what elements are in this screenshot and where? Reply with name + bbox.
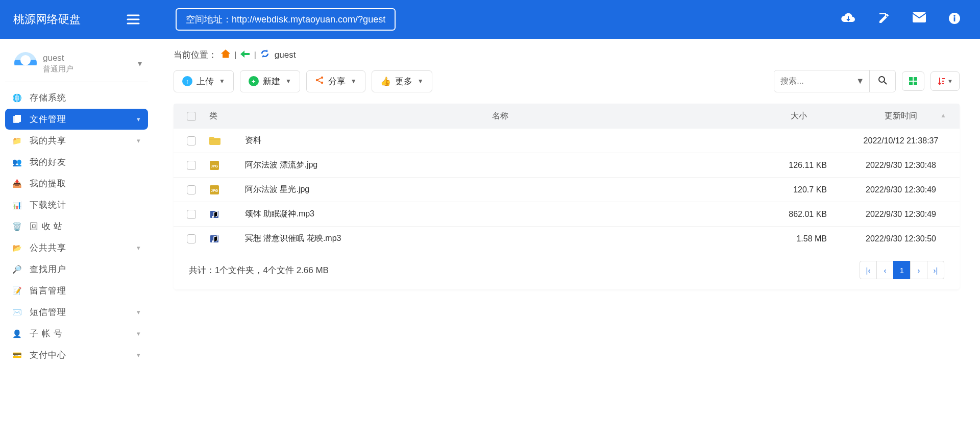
chevron-down-icon: ▾ (137, 137, 141, 144)
file-date: 2022/9/30 12:30:49 (842, 185, 960, 194)
share-folder-icon: 📁 (12, 136, 22, 146)
subaccount-icon: 👤 (12, 329, 22, 339)
svg-rect-17 (914, 82, 917, 85)
search-button[interactable] (869, 70, 895, 92)
nav-friends[interactable]: 👥我的好友 (5, 152, 148, 173)
new-button[interactable]: +新建▼ (240, 70, 300, 92)
file-type-icon: JPG (209, 185, 220, 195)
space-url[interactable]: 空间地址：http://webdisk.mytaoyuan.com/?guest (176, 8, 396, 31)
nav-public-share[interactable]: 📂公共共享▾ (5, 237, 148, 258)
view-grid-button[interactable] (902, 71, 924, 91)
file-size: 126.11 KB (755, 161, 842, 170)
chevron-down-icon: ▾ (137, 244, 141, 252)
refresh-icon[interactable] (260, 49, 270, 61)
toolbar: ↑上传▼ +新建▼ 分享▼ 👍更多▼ ▼ ▼ (174, 70, 960, 92)
nav-download-stats[interactable]: 📊下载统计 (5, 194, 148, 215)
file-date: 2022/9/30 12:30:50 (842, 234, 960, 243)
share-icon (315, 76, 324, 87)
svg-rect-19 (942, 81, 944, 82)
sms-icon: ✉️ (12, 307, 22, 317)
svg-rect-5 (954, 17, 955, 21)
pager-last[interactable]: ›| (927, 261, 944, 279)
table-row[interactable]: 颂钵 助眠凝神.mp3862.01 KB2022/9/30 12:30:49 (174, 202, 960, 227)
stats-icon: 📊 (12, 200, 22, 210)
nav-my-shares[interactable]: 📁我的共享▾ (5, 130, 148, 151)
row-checkbox[interactable] (187, 161, 196, 170)
payment-icon: 💳 (12, 350, 22, 360)
svg-rect-14 (909, 77, 913, 81)
search-dropdown[interactable]: ▼ (851, 77, 869, 86)
nav-files[interactable]: 文件管理▾ (5, 109, 148, 130)
nav-storage[interactable]: 🌐存储系统 (5, 87, 148, 108)
sort-asc-icon: ▲ (940, 112, 946, 119)
search-input[interactable] (774, 71, 851, 91)
pager-next[interactable]: › (910, 261, 927, 279)
friends-icon: 👥 (12, 157, 22, 167)
nav-sms[interactable]: ✉️短信管理▾ (5, 302, 148, 323)
table-summary: 共计：1个文件夹，4个文件 2.66 MB (189, 264, 329, 276)
file-name[interactable]: 冥想 潜意识催眠 花映.mp3 (245, 233, 755, 244)
file-name[interactable]: 颂钵 助眠凝神.mp3 (245, 209, 755, 219)
svg-point-6 (953, 15, 955, 17)
upload-button[interactable]: ↑上传▼ (174, 70, 234, 92)
files-icon (12, 114, 22, 125)
col-name[interactable]: 名称 (245, 111, 755, 121)
row-checkbox[interactable] (187, 234, 196, 243)
breadcrumb-current[interactable]: guest (275, 50, 296, 60)
pager-prev[interactable]: ‹ (876, 261, 894, 279)
hamburger-icon[interactable] (127, 14, 140, 25)
fetch-icon: 📥 (12, 179, 22, 189)
table-row[interactable]: 冥想 潜意识催眠 花映.mp31.58 MB2022/9/30 12:30:50 (174, 227, 960, 251)
file-name[interactable]: 资料 (245, 135, 755, 146)
svg-text:JPG: JPG (211, 164, 218, 168)
find-user-icon: 🔎 (12, 264, 22, 275)
sort-button[interactable]: ▼ (930, 71, 960, 91)
add-icon: + (249, 76, 259, 86)
brand-block: 桃源网络硬盘 (0, 12, 153, 27)
table-row[interactable]: JPG阿尔法波 星光.jpg120.7 KB2022/9/30 12:30:49 (174, 178, 960, 202)
file-type-icon: JPG (209, 160, 220, 170)
pager-page-1[interactable]: 1 (893, 261, 911, 279)
nav-messages[interactable]: 📝留言管理 (5, 280, 148, 301)
file-date: 2022/10/12 21:38:37 (842, 136, 960, 145)
more-button[interactable]: 👍更多▼ (372, 70, 432, 92)
col-date[interactable]: 更新时间▲ (842, 111, 960, 121)
nav-find-user[interactable]: 🔎查找用户 (5, 259, 148, 280)
share-button[interactable]: 分享▼ (306, 70, 365, 92)
col-size[interactable]: 大小 (755, 111, 842, 121)
topbar: 桃源网络硬盘 空间地址：http://webdisk.mytaoyuan.com… (0, 0, 980, 39)
pager: |‹ ‹ 1 › ›| (860, 261, 944, 279)
user-block[interactable]: guest 普通用户 ▾ (5, 47, 148, 82)
row-checkbox[interactable] (187, 136, 196, 145)
table-row[interactable]: 资料2022/10/12 21:38:37 (174, 129, 960, 153)
chevron-down-icon: ▾ (137, 351, 141, 359)
info-icon[interactable] (948, 12, 961, 27)
row-checkbox[interactable] (187, 185, 196, 194)
recycle-icon: 🗑️ (12, 222, 22, 232)
row-checkbox[interactable] (187, 210, 196, 219)
pager-first[interactable]: |‹ (860, 261, 877, 279)
nav-recycle[interactable]: 🗑️回 收 站 (5, 216, 148, 237)
mail-icon[interactable] (913, 12, 926, 27)
table-header: 类 名称 大小 更新时间▲ (174, 104, 960, 129)
user-role: 普通用户 (43, 64, 74, 74)
table-row[interactable]: JPG阿尔法波 漂流梦.jpg126.11 KB2022/9/30 12:30:… (174, 153, 960, 178)
nav-my-fetch[interactable]: 📥我的提取 (5, 173, 148, 194)
svg-text:JPG: JPG (211, 189, 218, 192)
nav-payment[interactable]: 💳支付中心▾ (5, 345, 148, 365)
home-icon[interactable] (221, 50, 230, 60)
svg-rect-8 (15, 115, 21, 122)
caret-down-icon: ▼ (219, 78, 225, 85)
file-size: 862.01 KB (755, 210, 842, 219)
edit-icon[interactable] (878, 12, 890, 27)
back-icon[interactable] (240, 50, 250, 60)
public-share-icon: 📂 (12, 243, 22, 253)
file-type-icon (209, 136, 220, 146)
file-name[interactable]: 阿尔法波 星光.jpg (245, 184, 755, 195)
user-menu-caret-icon[interactable]: ▾ (138, 59, 142, 68)
col-type[interactable]: 类 (209, 111, 245, 121)
select-all-checkbox[interactable] (187, 112, 196, 121)
file-name[interactable]: 阿尔法波 漂流梦.jpg (245, 160, 755, 170)
nav-subaccount[interactable]: 👤子 帐 号▾ (5, 323, 148, 344)
cloud-download-icon[interactable] (841, 12, 855, 27)
